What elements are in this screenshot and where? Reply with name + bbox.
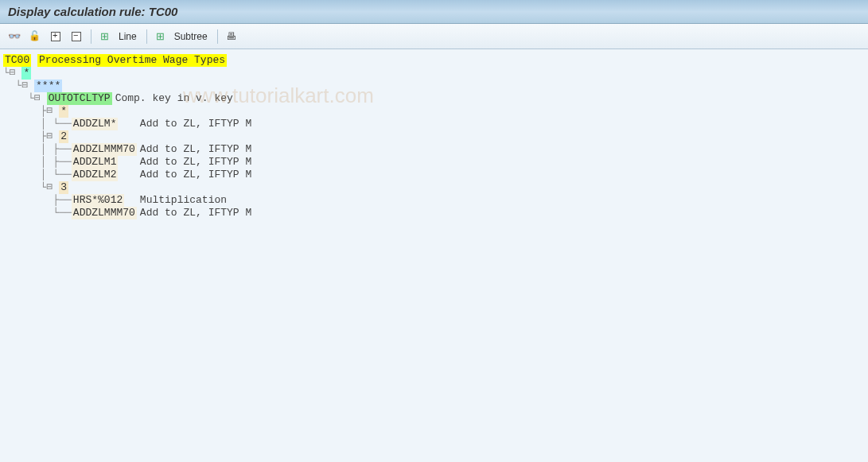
node-code: OUTOTCLTYP	[47, 92, 112, 105]
tree-node[interactable]: └⊟ OUTOTCLTYPComp. key in v. key	[3, 92, 865, 105]
toolbar: Line Subtree	[0, 24, 868, 49]
group-key: 3	[59, 181, 68, 194]
toolbar-separator	[91, 29, 91, 44]
root-desc: Processing Overtime Wage Types	[37, 54, 227, 67]
tree-node[interactable]: ├⊟ 2	[3, 130, 865, 143]
leaf-code: ADDZLM*	[72, 118, 119, 130]
leaf-code: ADDZLMMM70	[72, 207, 137, 219]
tree-root[interactable]: TC00 Processing Overtime Wage Types	[3, 54, 865, 67]
leaf-code: ADDZLMMM70	[72, 143, 137, 156]
tree-node[interactable]: └⊟ *	[3, 67, 865, 80]
tree-content-area: www.tutorialkart.com TC00 Processing Ove…	[0, 49, 868, 462]
line-tree-button[interactable]	[96, 28, 115, 45]
tree-leaf[interactable]: │ ├──ADDZLM1 Add to ZL, IFTYP M	[3, 156, 865, 169]
window-title-bar: Display calculation rule: TC00	[0, 0, 868, 24]
leaf-code: ADDZLM1	[72, 156, 119, 169]
object-button[interactable]	[25, 28, 45, 45]
subtree-label: Subtree	[173, 31, 212, 42]
leaf-code: HRS*%012	[72, 194, 124, 207]
collapse-icon	[70, 30, 83, 43]
leaf-desc: Add to ZL, IFTYP M	[137, 118, 251, 130]
group-key: 2	[59, 130, 68, 143]
tree-icon	[99, 30, 112, 43]
lock-icon	[29, 30, 41, 43]
print-button[interactable]	[223, 28, 242, 45]
tree-leaf[interactable]: │ ├──ADDZLMMM70Add to ZL, IFTYP M	[3, 143, 865, 156]
expand-node-button[interactable]	[46, 28, 65, 45]
tree-leaf[interactable]: └──ADDZLMMM70Add to ZL, IFTYP M	[3, 207, 865, 219]
tree-node[interactable]: └⊟ 3	[3, 181, 865, 194]
tree-leaf[interactable]: │ └──ADDZLM* Add to ZL, IFTYP M	[3, 118, 865, 130]
node-desc: Comp. key in v. key	[112, 92, 233, 105]
node-key: *	[21, 67, 31, 80]
tree-node[interactable]: ├⊟ *	[3, 105, 865, 118]
tree-leaf[interactable]: ├──HRS*%012 Multiplication	[3, 194, 865, 207]
collapse-node-button[interactable]	[67, 28, 86, 45]
window-title: Display calculation rule: TC00	[8, 5, 177, 18]
toolbar-separator	[217, 29, 218, 44]
root-code: TC00	[3, 54, 31, 67]
glasses-pencil-icon	[8, 30, 21, 43]
line-label: Line	[117, 31, 142, 42]
group-key: *	[59, 105, 68, 118]
display-change-button[interactable]	[5, 28, 24, 45]
leaf-desc: Add to ZL, IFTYP M	[137, 207, 251, 219]
leaf-desc: Add to ZL, IFTYP M	[137, 143, 251, 156]
tree-leaf[interactable]: │ └──ADDZLM2 Add to ZL, IFTYP M	[3, 169, 865, 181]
toolbar-separator	[146, 29, 147, 44]
leaf-desc: Add to ZL, IFTYP M	[137, 156, 251, 169]
tree-node[interactable]: └⊟ ****	[3, 80, 865, 92]
print-icon	[226, 30, 239, 43]
leaf-desc: Multiplication	[137, 194, 227, 207]
subtree-button[interactable]	[152, 28, 171, 45]
node-key: ****	[34, 80, 62, 92]
leaf-desc: Add to ZL, IFTYP M	[137, 169, 251, 181]
expand-icon	[49, 30, 62, 43]
tree-icon	[155, 30, 168, 43]
leaf-code: ADDZLM2	[72, 169, 119, 181]
